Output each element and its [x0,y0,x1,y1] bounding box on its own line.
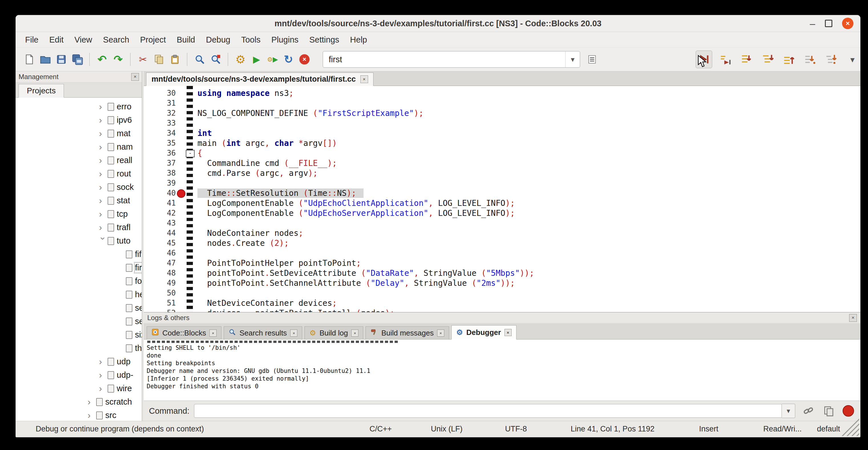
chevron-right-icon[interactable]: › [88,410,96,421]
tree-item-six[interactable]: six [16,328,142,341]
step-into-button[interactable] [760,51,776,68]
tree-item-se[interactable]: se [16,314,142,328]
tree-item-mat[interactable]: ›mat [16,127,142,140]
code-line-37[interactable]: 37 CommandLine cmd (__FILE__); [144,158,860,168]
tree-item-udp[interactable]: ›udp [16,355,142,368]
editor-tab-close-icon[interactable]: × [361,76,368,83]
code-line-43[interactable]: 43 [144,218,860,228]
redo-button[interactable]: ↷ [110,51,126,68]
toolbar-overflow-chevron[interactable]: ▾ [850,55,855,64]
run-to-cursor-button[interactable] [717,51,733,68]
code-editor[interactable]: 30using namespace ns3;3132NS_LOG_COMPONE… [144,86,860,312]
code-line-30[interactable]: 30using namespace ns3; [144,88,860,98]
tree-item-nam[interactable]: ›nam [16,140,142,154]
menu-help[interactable]: Help [345,32,373,48]
log-tab-close-icon[interactable]: × [437,330,444,337]
chevron-right-icon[interactable]: › [99,182,107,192]
code-line-46[interactable]: 46 [144,248,860,258]
chevron-right-icon[interactable]: › [99,384,107,394]
chevron-right-icon[interactable]: › [99,155,107,166]
open-file-button[interactable] [37,51,53,68]
code-line-44[interactable]: 44 NodeContainer nodes; [144,228,860,238]
tree-item-wire[interactable]: ›wire [16,382,142,395]
menu-settings[interactable]: Settings [304,32,345,48]
tree-item-reall[interactable]: ›reall [16,154,142,167]
chevron-right-icon[interactable]: › [99,370,107,380]
stop-debugger-button[interactable] [841,404,855,418]
new-file-button[interactable] [22,51,37,68]
code-line-31[interactable]: 31 [144,98,860,108]
step-out-button[interactable] [781,51,797,68]
code-line-42[interactable]: 42 LogComponentEnable ("UdpEchoServerApp… [144,208,860,218]
next-instruction-button[interactable] [802,51,818,68]
command-history-chevron-icon[interactable]: ▾ [782,404,795,418]
build-and-run-button[interactable]: ⚙▶ [265,51,280,68]
next-line-button[interactable] [739,51,754,68]
chevron-right-icon[interactable]: › [99,128,107,139]
chevron-right-icon[interactable]: › [88,397,96,407]
tree-item-tuto[interactable]: ›tuto [16,234,142,247]
save-button[interactable] [53,51,69,68]
log-tab-debugger[interactable]: ⚙Debugger× [452,325,517,339]
undo-button[interactable]: ↶ [94,51,110,68]
tree-item-trafl[interactable]: ›trafl [16,221,142,234]
editor-tab-first-cc[interactable]: mnt/dev/tools/source/ns-3-dev/examples/t… [146,72,373,86]
chevron-right-icon[interactable]: › [99,196,107,206]
code-line-36[interactable]: 36-{ [144,148,860,158]
log-tab-build-messages[interactable]: Build messages× [366,326,449,339]
code-line-34[interactable]: 34int [144,128,860,138]
code-line-35[interactable]: 35main (int argc, char *argv[]) [144,138,860,148]
tree-item-fo[interactable]: fo [16,274,142,288]
tree-item-src[interactable]: ›src [16,409,142,421]
tree-item-rout[interactable]: ›rout [16,167,142,180]
menu-search[interactable]: Search [98,32,135,48]
logs-close-icon[interactable]: × [849,314,857,322]
menu-project[interactable]: Project [135,32,171,48]
close-button[interactable]: × [842,18,854,29]
chevron-right-icon[interactable]: › [99,169,107,179]
log-tab-code-blocks[interactable]: Code::Blocks× [147,326,221,339]
log-tab-search-results[interactable]: Search results× [224,326,302,339]
tree-item-sock[interactable]: ›sock [16,180,142,194]
chevron-right-icon[interactable]: › [99,222,107,233]
log-tab-build-log[interactable]: ⚙Build log× [305,326,363,339]
management-close-icon[interactable]: × [131,73,139,81]
menu-build[interactable]: Build [171,32,200,48]
paste-button[interactable] [167,51,183,68]
menu-edit[interactable]: Edit [44,32,69,48]
tree-item-se[interactable]: se [16,301,142,314]
build-button[interactable]: ⚙ [232,51,249,68]
chevron-right-icon[interactable]: › [99,142,107,152]
run-button[interactable]: ▶ [249,51,265,68]
chevron-right-icon[interactable]: › [99,115,107,125]
command-input[interactable] [194,404,782,418]
chevron-right-icon[interactable]: › [99,357,107,367]
menu-view[interactable]: View [69,32,98,48]
step-into-instruction-button[interactable] [823,51,839,68]
code-line-40[interactable]: 40 Time::SetResolution (Time::NS); [144,188,860,198]
chevron-down-icon[interactable]: ▾ [565,51,580,67]
code-line-52[interactable]: 52 devices = pointToPoint.Install (nodes… [144,308,860,312]
abort-build-button[interactable]: × [297,51,312,68]
tree-item-fif[interactable]: fif [16,247,142,261]
save-all-button[interactable] [69,51,85,68]
chevron-right-icon[interactable]: › [99,102,107,112]
code-line-50[interactable]: 50 [144,288,860,298]
tree-item-fir[interactable]: fir [16,261,142,274]
code-line-33[interactable]: 33 [144,118,860,128]
tree-item-stat[interactable]: ›stat [16,194,142,207]
code-line-48[interactable]: 48 pointToPoint.SetDeviceAttribute ("Dat… [144,268,860,278]
copy-button[interactable] [151,51,167,68]
log-tab-close-icon[interactable]: × [504,329,512,336]
code-line-51[interactable]: 51 NetDeviceContainer devices; [144,298,860,308]
tree-item-erro[interactable]: ›erro [16,100,142,113]
log-tab-close-icon[interactable]: × [290,330,297,337]
copy-log-button[interactable] [822,404,835,418]
menu-file[interactable]: File [20,32,44,48]
breakpoint-marker[interactable] [177,189,185,198]
log-tab-close-icon[interactable]: × [351,330,359,337]
code-line-41[interactable]: 41 LogComponentEnable ("UdpEchoClientApp… [144,198,860,208]
tree-item-ipv6[interactable]: ›ipv6 [16,113,142,127]
menu-plugins[interactable]: Plugins [266,32,304,48]
fold-marker[interactable]: - [186,150,195,157]
